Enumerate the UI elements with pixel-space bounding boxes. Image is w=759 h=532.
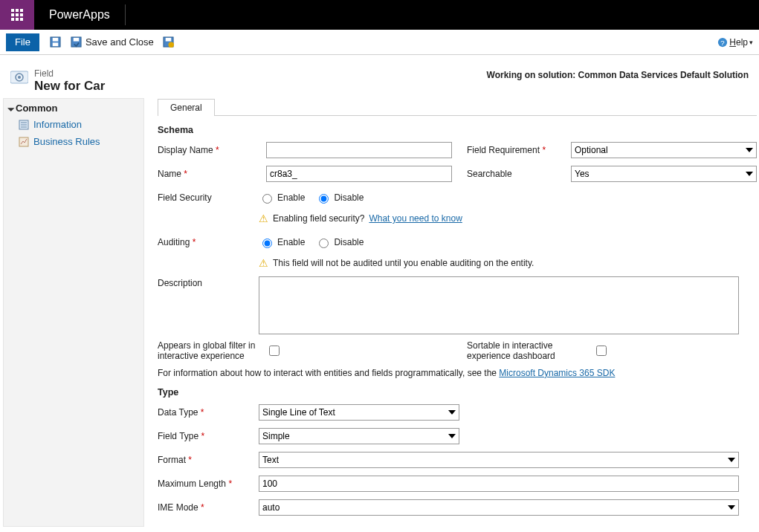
format-label: Format — [158, 455, 186, 465]
field-requirement-label: Field Requirement — [467, 145, 540, 155]
save-and-close-button[interactable]: Save and Close — [68, 35, 157, 50]
warning-icon: ⚠ — [259, 257, 268, 269]
waffle-launcher[interactable] — [0, 0, 34, 30]
svg-rect-10 — [53, 38, 59, 42]
global-filter-checkbox[interactable] — [269, 346, 280, 356]
security-warning-text: Enabling field security? — [273, 213, 364, 224]
sortable-label: Sortable in interactive experience dashb… — [467, 340, 586, 362]
sortable-checkbox[interactable] — [596, 346, 607, 356]
sidebar-item-label: Business Rules — [33, 136, 100, 147]
field-security-disable[interactable]: Disable — [315, 192, 364, 204]
save-button[interactable] — [47, 35, 65, 50]
section-type: Type — [158, 387, 757, 398]
svg-point-16 — [169, 42, 175, 48]
security-warning-link[interactable]: What you need to know — [369, 213, 462, 224]
sdk-info-text: For information about how to interact wi… — [158, 368, 499, 378]
save-new-icon — [163, 36, 175, 48]
svg-text:?: ? — [721, 38, 725, 46]
field-security-label: Field Security — [158, 192, 259, 203]
sidebar-item-business-rules[interactable]: Business Rules — [4, 133, 143, 150]
description-label: Description — [158, 276, 259, 288]
description-input[interactable] — [259, 276, 739, 334]
help-menu[interactable]: ? Help ▾ — [717, 37, 753, 48]
top-divider — [125, 4, 126, 25]
auditing-warning-text: This field will not be audited until you… — [273, 258, 534, 268]
help-label: Help — [729, 37, 748, 48]
sidebar-item-label: Information — [33, 119, 82, 130]
data-type-select[interactable]: Single Line of Text — [259, 404, 459, 421]
sidebar-item-information[interactable]: Information — [4, 116, 143, 133]
svg-rect-15 — [166, 38, 172, 42]
svg-rect-1 — [16, 9, 19, 12]
svg-rect-13 — [74, 38, 80, 42]
svg-rect-11 — [53, 42, 59, 46]
searchable-label: Searchable — [467, 169, 512, 179]
breadcrumb: Field — [34, 68, 105, 79]
file-button[interactable]: File — [6, 33, 39, 51]
auditing-enable[interactable]: Enable — [259, 236, 305, 248]
page-title: New for Car — [34, 79, 105, 94]
svg-rect-6 — [11, 18, 14, 21]
field-type-label: Field Type — [158, 431, 198, 441]
svg-rect-0 — [11, 9, 14, 12]
auditing-disable[interactable]: Disable — [315, 236, 364, 248]
auditing-label: Auditing — [158, 237, 190, 247]
svg-rect-2 — [20, 9, 23, 12]
name-label: Name — [158, 169, 181, 179]
data-type-label: Data Type — [158, 407, 198, 418]
searchable-select[interactable]: Yes — [571, 166, 757, 182]
name-input[interactable] — [266, 166, 452, 182]
solution-info: Working on solution: Common Data Service… — [487, 68, 749, 94]
display-name-label: Display Name — [158, 145, 213, 155]
chevron-down-icon: ▾ — [749, 39, 753, 46]
max-length-label: Maximum Length — [158, 479, 226, 489]
sdk-link[interactable]: Microsoft Dynamics 365 SDK — [499, 368, 615, 378]
field-security-enable[interactable]: Enable — [259, 192, 305, 204]
svg-rect-3 — [11, 13, 14, 16]
field-requirement-select[interactable]: Optional — [571, 142, 757, 158]
ime-mode-select[interactable]: auto — [259, 499, 739, 516]
app-title: PowerApps — [34, 8, 110, 22]
svg-rect-4 — [16, 13, 19, 16]
field-gear-icon — [10, 70, 28, 87]
format-select[interactable]: Text — [259, 452, 739, 468]
sidebar-head-common[interactable]: Common — [4, 100, 143, 116]
display-name-input[interactable] — [266, 142, 452, 158]
svg-rect-5 — [20, 13, 23, 16]
svg-point-21 — [18, 76, 21, 79]
save-close-label: Save and Close — [85, 36, 154, 48]
ime-mode-label: IME Mode — [158, 502, 198, 513]
warning-icon: ⚠ — [259, 213, 268, 224]
global-filter-label: Appears in global filter in interactive … — [158, 340, 259, 362]
svg-rect-8 — [20, 18, 23, 21]
section-schema: Schema — [158, 125, 757, 135]
save-and-new-button[interactable] — [160, 35, 178, 50]
max-length-input[interactable] — [259, 476, 739, 492]
svg-rect-7 — [16, 18, 19, 21]
field-type-select[interactable]: Simple — [259, 428, 459, 444]
save-icon — [50, 36, 62, 48]
save-close-icon — [71, 36, 83, 48]
tab-general[interactable]: General — [158, 99, 215, 116]
